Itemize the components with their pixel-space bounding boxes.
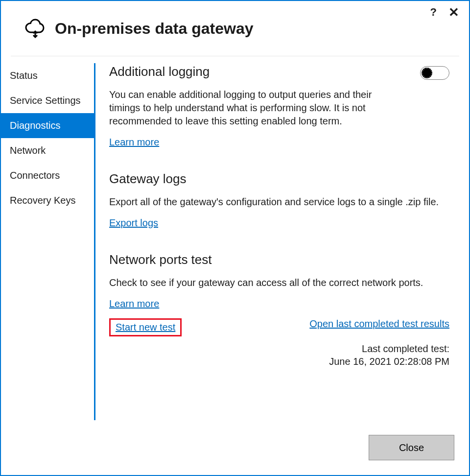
- start-new-test-highlight: Start new test: [109, 318, 182, 336]
- section-network-ports-test: Network ports test Check to see if your …: [109, 252, 449, 368]
- section-gateway-logs: Gateway logs Export all of the gateway's…: [109, 171, 449, 229]
- toggle-knob: [422, 68, 432, 78]
- section-title-logging: Additional logging: [109, 64, 402, 79]
- last-test-value: June 16, 2021 02:28:08 PM: [329, 356, 449, 367]
- start-new-test-link[interactable]: Start new test: [116, 322, 175, 333]
- section-additional-logging: Additional logging You can enable additi…: [109, 64, 449, 148]
- open-last-results-link[interactable]: Open last completed test results: [309, 318, 449, 330]
- last-test-label: Last completed test:: [362, 343, 449, 354]
- sidebar-item-service-settings[interactable]: Service Settings: [1, 88, 94, 113]
- close-button[interactable]: Close: [369, 435, 454, 460]
- sidebar-item-status[interactable]: Status: [1, 63, 94, 88]
- section-body-logging: You can enable additional logging to out…: [109, 88, 402, 128]
- learn-more-logging-link[interactable]: Learn more: [109, 137, 159, 147]
- last-completed-test: Last completed test: June 16, 2021 02:28…: [109, 342, 449, 368]
- section-title-gateway-logs: Gateway logs: [109, 171, 449, 187]
- export-logs-link[interactable]: Export logs: [109, 217, 158, 228]
- sidebar: Status Service Settings Diagnostics Netw…: [1, 56, 94, 475]
- main-body: Status Service Settings Diagnostics Netw…: [1, 56, 469, 475]
- sidebar-item-connectors[interactable]: Connectors: [1, 163, 94, 188]
- app-header: On-premises data gateway: [1, 1, 469, 56]
- page-title: On-premises data gateway: [55, 20, 253, 38]
- sidebar-item-network[interactable]: Network: [1, 138, 94, 163]
- section-body-gateway-logs: Export all of the gateway's configuratio…: [109, 195, 449, 209]
- app-window: ? ✕ On-premises data gateway Status Serv…: [0, 0, 470, 476]
- section-body-network-test: Check to see if your gateway can access …: [109, 276, 449, 289]
- sidebar-item-recovery-keys[interactable]: Recovery Keys: [1, 188, 94, 213]
- section-title-network-test: Network ports test: [109, 252, 449, 267]
- close-icon[interactable]: ✕: [448, 6, 459, 19]
- learn-more-network-link[interactable]: Learn more: [109, 298, 159, 309]
- sidebar-item-diagnostics[interactable]: Diagnostics: [1, 113, 94, 138]
- help-icon[interactable]: ?: [430, 6, 437, 19]
- window-controls: ? ✕: [430, 6, 459, 19]
- additional-logging-toggle[interactable]: [420, 66, 449, 80]
- content: Additional logging You can enable additi…: [95, 56, 469, 475]
- gateway-icon: [22, 18, 46, 39]
- footer: Close: [369, 435, 454, 460]
